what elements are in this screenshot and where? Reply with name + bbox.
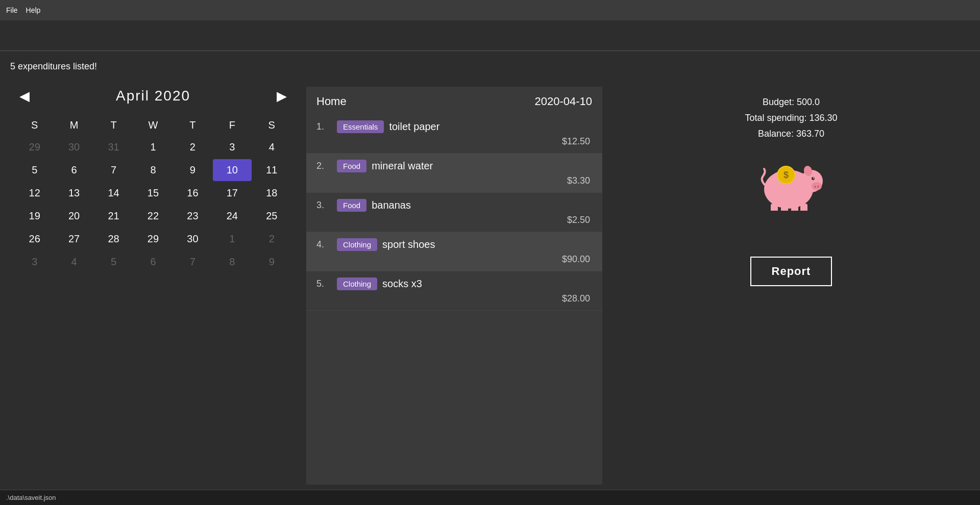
calendar-day[interactable]: 30 <box>55 136 93 158</box>
expenditure-item[interactable]: 1. Essentials toilet paper $12.50 <box>306 114 602 154</box>
calendar-day-header: S <box>15 115 54 135</box>
calendar-day[interactable]: 22 <box>134 205 172 227</box>
exp-category-badge: Clothing <box>337 277 377 290</box>
exp-num: 4. <box>316 239 332 250</box>
exp-category-badge: Essentials <box>337 120 384 133</box>
calendar-day[interactable]: 9 <box>174 159 212 181</box>
calendar-day[interactable]: 26 <box>15 228 54 250</box>
calendar-day[interactable]: 18 <box>253 182 291 204</box>
exp-name: sport shoes <box>382 239 435 250</box>
calendar-day[interactable]: 11 <box>253 159 291 181</box>
calendar-day[interactable]: 8 <box>213 251 251 273</box>
svg-rect-9 <box>781 205 788 211</box>
total-spending-label: Total spending: 136.30 <box>745 113 837 123</box>
expenditures-header: Home 2020-04-10 <box>306 87 602 114</box>
status-bottom: .\data\saveit.json <box>0 490 980 505</box>
exp-name: socks x3 <box>382 278 422 290</box>
calendar-day[interactable]: 14 <box>94 182 133 204</box>
calendar-day[interactable]: 29 <box>15 136 54 158</box>
calendar-grid: SMTWTFS293031123456789101112131415161718… <box>10 115 296 273</box>
calendar-day[interactable]: 29 <box>134 228 172 250</box>
exp-name: toilet paper <box>389 121 439 133</box>
calendar-day-header: F <box>213 115 251 135</box>
calendar-day[interactable]: 5 <box>15 159 54 181</box>
menu-help[interactable]: Help <box>26 6 41 14</box>
menu-file[interactable]: File <box>6 6 18 14</box>
svg-point-7 <box>813 178 814 179</box>
svg-point-6 <box>812 177 815 180</box>
calendar-day[interactable]: 30 <box>174 228 212 250</box>
exp-category-badge: Clothing <box>337 238 377 251</box>
toolbar-area <box>0 20 980 51</box>
calendar-day[interactable]: 31 <box>94 136 133 158</box>
calendar-prev-button[interactable]: ◀ <box>15 87 34 105</box>
expenditures-count-label: 5 expenditures listed! <box>10 61 97 72</box>
calendar-day-header: S <box>253 115 291 135</box>
svg-text:$: $ <box>783 170 789 180</box>
exp-category-badge: Food <box>337 160 366 172</box>
main-content: ◀ April 2020 ▶ SMTWTFS293031123456789101… <box>0 82 980 490</box>
calendar-panel: ◀ April 2020 ▶ SMTWTFS293031123456789101… <box>10 87 296 485</box>
calendar-day[interactable]: 17 <box>213 182 251 204</box>
exp-amount: $28.00 <box>316 293 592 304</box>
menu-bar: File Help <box>0 0 980 20</box>
calendar-day[interactable]: 1 <box>134 136 172 158</box>
calendar-day[interactable]: 12 <box>15 182 54 204</box>
svg-rect-8 <box>771 204 778 211</box>
exp-name: bananas <box>372 199 411 211</box>
calendar-next-button[interactable]: ▶ <box>273 87 291 105</box>
calendar-day[interactable]: 4 <box>253 136 291 158</box>
calendar-day[interactable]: 25 <box>253 205 291 227</box>
calendar-day[interactable]: 16 <box>174 182 212 204</box>
calendar-day[interactable]: 15 <box>134 182 172 204</box>
calendar-day[interactable]: 5 <box>94 251 133 273</box>
calendar-title: April 2020 <box>116 88 190 104</box>
calendar-day[interactable]: 7 <box>174 251 212 273</box>
calendar-day[interactable]: 10 <box>213 159 251 181</box>
expenditures-header-home: Home <box>316 95 347 108</box>
calendar-day[interactable]: 3 <box>15 251 54 273</box>
svg-rect-11 <box>800 204 807 211</box>
calendar-day[interactable]: 27 <box>55 228 93 250</box>
svg-point-4 <box>817 186 819 188</box>
status-bar-top: 5 expenditures listed! <box>0 51 980 82</box>
calendar-day[interactable]: 4 <box>55 251 93 273</box>
exp-name: mineral water <box>372 160 433 172</box>
calendar-day-header: W <box>134 115 172 135</box>
calendar-day[interactable]: 6 <box>134 251 172 273</box>
calendar-day[interactable]: 3 <box>213 136 251 158</box>
calendar-day[interactable]: 19 <box>15 205 54 227</box>
calendar-day-header: T <box>174 115 212 135</box>
exp-num: 1. <box>316 121 332 132</box>
calendar-day[interactable]: 9 <box>253 251 291 273</box>
calendar-day[interactable]: 20 <box>55 205 93 227</box>
exp-num: 2. <box>316 161 332 171</box>
calendar-day[interactable]: 1 <box>213 228 251 250</box>
expenditures-panel: Home 2020-04-10 1. Essentials toilet pap… <box>306 87 602 485</box>
calendar-day[interactable]: 24 <box>213 205 251 227</box>
calendar-day[interactable]: 2 <box>253 228 291 250</box>
calendar-day[interactable]: 28 <box>94 228 133 250</box>
exp-amount: $90.00 <box>316 254 592 265</box>
calendar-day[interactable]: 13 <box>55 182 93 204</box>
calendar-day[interactable]: 23 <box>174 205 212 227</box>
expenditure-item[interactable]: 2. Food mineral water $3.30 <box>306 154 602 193</box>
exp-amount: $12.50 <box>316 136 592 147</box>
budget-label: Budget: 500.0 <box>763 97 820 108</box>
calendar-day[interactable]: 8 <box>134 159 172 181</box>
expenditure-item[interactable]: 3. Food bananas $2.50 <box>306 193 602 232</box>
expenditure-item[interactable]: 4. Clothing sport shoes $90.00 <box>306 232 602 271</box>
expenditures-list: 1. Essentials toilet paper $12.50 2. Foo… <box>306 114 602 485</box>
calendar-day[interactable]: 21 <box>94 205 133 227</box>
piggy-bank-icon: $ <box>758 155 824 211</box>
exp-amount: $2.50 <box>316 215 592 225</box>
calendar-day[interactable]: 2 <box>174 136 212 158</box>
exp-num: 3. <box>316 200 332 211</box>
expenditure-item[interactable]: 5. Clothing socks x3 $28.00 <box>306 271 602 311</box>
calendar-day[interactable]: 6 <box>55 159 93 181</box>
calendar-day[interactable]: 7 <box>94 159 133 181</box>
expenditures-header-date: 2020-04-10 <box>534 95 592 108</box>
report-button[interactable]: Report <box>750 257 832 286</box>
exp-category-badge: Food <box>337 199 366 212</box>
svg-rect-10 <box>791 205 798 211</box>
